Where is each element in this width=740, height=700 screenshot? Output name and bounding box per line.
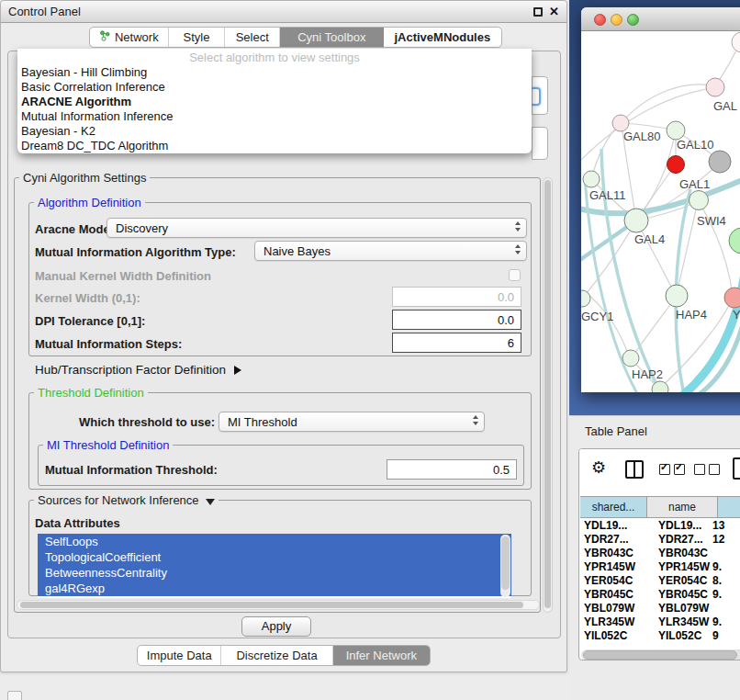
- label-hap2: HAP2: [632, 367, 663, 381]
- column-header-shared-name[interactable]: shared...: [580, 497, 647, 517]
- table-header-row: shared... name: [580, 496, 740, 518]
- aracne-mode-select[interactable]: Discovery: [107, 218, 527, 238]
- algorithm-option[interactable]: Mutual Information Inference: [17, 109, 532, 124]
- close-icon[interactable]: [549, 5, 559, 18]
- network-canvas[interactable]: GAL GAL80 GAL10 GAL1 GAL11 SWI4 GAL4 GCY…: [581, 31, 740, 392]
- column-header-partial[interactable]: [718, 497, 740, 517]
- corner-widget-icon[interactable]: [7, 691, 22, 700]
- mi-threshold-input[interactable]: 0.5: [387, 459, 517, 480]
- list-vertical-scrollbar[interactable]: [500, 535, 510, 597]
- settings-vertical-scrollbar[interactable]: [543, 177, 553, 613]
- table-row[interactable]: YBL079WYBL079W: [580, 602, 740, 615]
- column-header-name[interactable]: name: [647, 497, 718, 517]
- node-hap2[interactable]: [622, 350, 639, 367]
- zoom-traffic-light[interactable]: [627, 14, 639, 26]
- which-threshold-select[interactable]: MI Threshold: [219, 412, 485, 432]
- mi-steps-input[interactable]: 6: [392, 333, 521, 353]
- kernel-width-input[interactable]: 0.0: [392, 287, 521, 307]
- unchecked-checkbox-icon[interactable]: [709, 464, 720, 475]
- node-gal-partial[interactable]: [706, 78, 724, 96]
- manual-kernel-width-label: Manual Kernel Width Definition: [35, 269, 211, 283]
- apply-button[interactable]: Apply: [241, 616, 311, 637]
- algorithm-definition-legend: Algorithm Definition: [34, 196, 145, 209]
- node-gal11[interactable]: [583, 171, 600, 187]
- stepper-arrows-icon: [473, 415, 478, 425]
- sources-legend[interactable]: Sources for Network Inference: [34, 493, 219, 507]
- tab-network[interactable]: Network: [90, 28, 169, 47]
- close-traffic-light[interactable]: [594, 14, 606, 26]
- algorithm-option[interactable]: Bayesian - Hill Climbing: [17, 65, 532, 80]
- scrollbar-thumb[interactable]: [544, 180, 551, 608]
- network-window-titlebar[interactable]: [581, 7, 740, 31]
- node-salmon[interactable]: [724, 288, 740, 308]
- expanded-arrow-icon: [206, 499, 215, 505]
- unchecked-checkbox-icon[interactable]: [694, 464, 705, 475]
- table-row[interactable]: YLR345WYLR345W9.: [580, 615, 740, 629]
- collapsed-arrow-icon: [234, 366, 241, 375]
- column-layout-icon[interactable]: [625, 460, 644, 479]
- table-horizontal-scrollbar[interactable]: [581, 649, 740, 660]
- algorithm-option[interactable]: Bayesian - K2: [17, 124, 532, 139]
- list-item[interactable]: BetweennessCentrality: [38, 565, 511, 581]
- tab-style[interactable]: Style: [169, 28, 226, 47]
- gear-icon[interactable]: [591, 457, 606, 477]
- mi-threshold-legend: MI Threshold Definition: [43, 438, 173, 452]
- table-row[interactable]: YBR045CYBR045C9.: [580, 588, 740, 602]
- checked-checkbox-icon[interactable]: [674, 464, 685, 475]
- node-gal1[interactable]: [690, 191, 709, 210]
- table-row[interactable]: YBR043CYBR043C: [580, 547, 740, 560]
- list-item[interactable]: SelfLoops: [38, 534, 511, 549]
- node-gcy1[interactable]: [581, 290, 590, 307]
- list-item[interactable]: TopologicalCoefficient: [38, 549, 511, 565]
- document-icon[interactable]: [733, 457, 740, 480]
- node-selected-red[interactable]: [667, 156, 685, 174]
- node-gal10[interactable]: [667, 121, 685, 140]
- hub-definition-toggle[interactable]: Hub/Transcription Factor Definition: [35, 363, 241, 377]
- dpi-tolerance-input[interactable]: 0.0: [392, 310, 521, 330]
- control-panel-titlebar[interactable]: Control Panel: [1, 1, 566, 23]
- algorithm-option[interactable]: Dream8 DC_TDC Algorithm: [17, 139, 532, 153]
- tab-infer-network[interactable]: Infer Network: [333, 646, 430, 665]
- node-partial-top[interactable]: [732, 32, 740, 52]
- dpi-tolerance-label: DPI Tolerance [0,1]:: [35, 314, 145, 328]
- table-body: YDL19...YDL19...13 YDR27...YDR27...12 YB…: [580, 519, 740, 640]
- aracne-mode-label: Aracne Mode:: [35, 222, 114, 236]
- node-gal4[interactable]: [624, 209, 648, 232]
- minimize-traffic-light[interactable]: [611, 14, 622, 26]
- tab-discretize-data[interactable]: Discretize Data: [221, 646, 332, 665]
- scrollbar-thumb[interactable]: [20, 602, 523, 608]
- algorithm-option[interactable]: Basic Correlation Inference: [17, 80, 532, 95]
- algorithm-option-selected[interactable]: ARACNE Algorithm: [17, 95, 532, 109]
- settings-horizontal-scrollbar[interactable]: [17, 600, 540, 610]
- which-threshold-label: Which threshold to use:: [79, 415, 215, 429]
- checked-checkbox-icon[interactable]: [659, 464, 670, 475]
- list-item[interactable]: gal4RGexp: [38, 581, 511, 596]
- algorithm-dropdown: Select algorithm to view settings Bayesi…: [17, 49, 532, 153]
- table-row[interactable]: YER054CYER054C8.: [580, 574, 740, 588]
- data-attributes-label: Data Attributes: [35, 516, 120, 530]
- mi-algorithm-type-select[interactable]: Naive Bayes: [254, 241, 527, 261]
- manual-kernel-width-checkbox[interactable]: [509, 269, 521, 281]
- label-swi4: SWI4: [697, 214, 726, 228]
- node-hap4[interactable]: [666, 285, 688, 307]
- table-row[interactable]: YDL19...YDL19...13: [580, 519, 740, 533]
- node-gray[interactable]: [709, 151, 731, 173]
- tab-impute-data[interactable]: Impute Data: [138, 646, 221, 665]
- label-gal10: GAL10: [677, 138, 713, 152]
- tab-select[interactable]: Select: [225, 28, 280, 47]
- data-attributes-list: SelfLoops TopologicalCoefficient Between…: [38, 534, 511, 598]
- float-window-icon[interactable]: [533, 7, 543, 17]
- table-row[interactable]: YIL052CYIL052C9: [580, 629, 740, 640]
- node-bright-green[interactable]: [729, 228, 740, 254]
- table-panel-box: shared... name YDL19...YDL19...13 YDR27.…: [578, 448, 740, 660]
- tab-jactivemnodules[interactable]: jActiveMNodules: [384, 28, 501, 47]
- control-panel-tabbar: Network Style Select Cyni Toolbox jActiv…: [89, 27, 502, 48]
- screenshot-root: Control Panel Network Style: [0, 0, 740, 700]
- scrollbar-thumb[interactable]: [583, 650, 737, 660]
- table-panel-title: Table Panel: [585, 424, 647, 438]
- tab-cyni-toolbox[interactable]: Cyni Toolbox: [280, 28, 384, 47]
- table-row[interactable]: YPR145WYPR145W9.: [580, 560, 740, 574]
- table-toolbar: [579, 449, 740, 493]
- control-panel-title: Control Panel: [8, 5, 81, 18]
- table-row[interactable]: YDR27...YDR27...12: [580, 533, 740, 547]
